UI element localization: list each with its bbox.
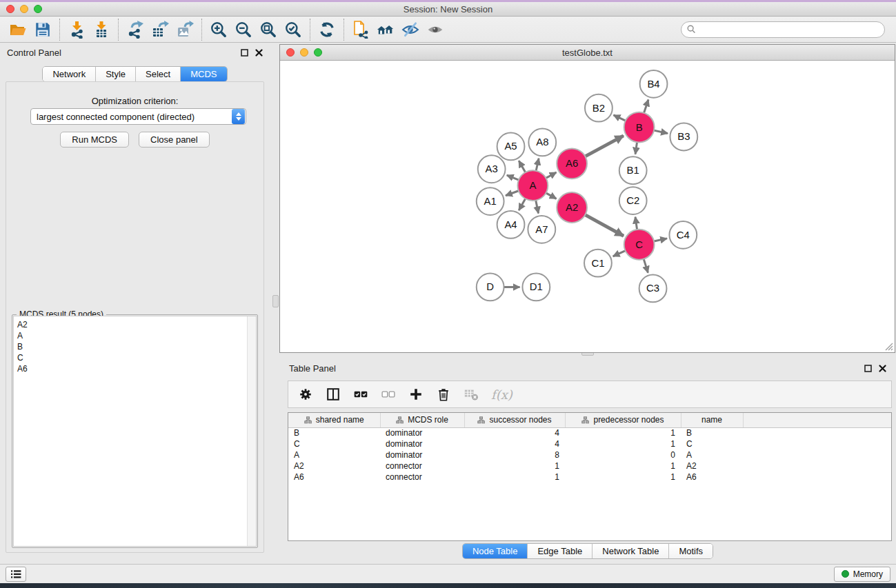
graph-edge-A-A8[interactable]: [536, 159, 539, 171]
table-cell[interactable]: 1: [464, 472, 565, 483]
graph-node-B3[interactable]: B3: [670, 123, 697, 151]
delete-table-button[interactable]: [464, 387, 479, 402]
close-panel-button[interactable]: [255, 49, 263, 57]
table-cell[interactable]: dominator: [380, 438, 464, 449]
graph-edge-B-B2[interactable]: [614, 115, 626, 121]
graph-node-D[interactable]: D: [477, 274, 504, 301]
graph-node-C4[interactable]: C4: [669, 221, 697, 249]
mcds-result-item[interactable]: B: [17, 341, 256, 352]
graph-node-B[interactable]: B: [624, 112, 655, 143]
graph-node-A1[interactable]: A1: [477, 187, 504, 215]
resize-grip-icon[interactable]: [884, 341, 893, 351]
table-row[interactable]: A6connector11A6: [288, 472, 892, 483]
unselect-all-columns-button[interactable]: [381, 387, 396, 402]
close-table-panel-button[interactable]: [879, 365, 886, 372]
graph-node-A6[interactable]: A6: [557, 148, 587, 179]
table-cell[interactable]: 1: [565, 460, 681, 472]
table-cell[interactable]: B: [288, 427, 380, 438]
table-tab-node-table[interactable]: Node Table: [463, 544, 528, 558]
graph-edge-C-C1[interactable]: [613, 251, 626, 256]
table-cell[interactable]: 1: [565, 427, 681, 438]
table-cell[interactable]: B: [681, 427, 743, 438]
table-cell[interactable]: A6: [681, 472, 743, 483]
table-cell[interactable]: 0: [565, 449, 681, 460]
table-row[interactable]: Adominator80A: [288, 449, 892, 460]
graph-edge-A-A4[interactable]: [519, 199, 525, 210]
graph-node-A[interactable]: A: [517, 170, 548, 201]
mcds-result-item[interactable]: A2: [17, 319, 256, 330]
graph-edge-A6-B[interactable]: [585, 136, 624, 156]
graph-edge-C-C4[interactable]: [654, 239, 667, 241]
column-layout-button[interactable]: [326, 387, 341, 402]
tab-style[interactable]: Style: [96, 67, 136, 81]
table-cell[interactable]: C: [681, 438, 743, 449]
column-header-MCDS-role[interactable]: MCDS role: [380, 413, 464, 427]
hide-graphics-details-button[interactable]: [398, 19, 423, 41]
table-tab-edge-table[interactable]: Edge Table: [528, 544, 593, 558]
graph-node-A4[interactable]: A4: [497, 211, 525, 239]
mcds-result-list[interactable]: A2ABCA6: [13, 316, 257, 547]
table-cell[interactable]: 4: [464, 427, 565, 438]
table-cell[interactable]: 1: [464, 460, 565, 472]
scrollbar-track[interactable]: [247, 316, 256, 546]
table-cell[interactable]: 4: [464, 438, 565, 449]
graph-node-C2[interactable]: C2: [619, 187, 647, 214]
close-panel-button-mcds[interactable]: Close panel: [139, 132, 210, 148]
tab-select[interactable]: Select: [136, 67, 181, 81]
table-cell[interactable]: A2: [288, 460, 380, 472]
mcds-result-item[interactable]: A: [17, 330, 256, 341]
graph-node-A2[interactable]: A2: [557, 192, 587, 223]
export-table-button[interactable]: [148, 19, 172, 41]
function-builder-button[interactable]: f(x): [491, 387, 512, 402]
graph-node-A3[interactable]: A3: [478, 155, 506, 183]
vertical-splitter-grip[interactable]: [272, 295, 279, 307]
mcds-result-item[interactable]: A6: [17, 363, 256, 374]
graph-node-A8[interactable]: A8: [528, 129, 556, 156]
table-cell[interactable]: A: [681, 449, 743, 460]
show-graphics-details-button[interactable]: [423, 19, 448, 41]
zoom-out-button[interactable]: [231, 19, 256, 41]
table-cell[interactable]: connector: [380, 472, 464, 483]
import-network-button[interactable]: [64, 19, 89, 41]
node-table[interactable]: shared nameMCDS rolesuccessor nodesprede…: [288, 412, 892, 541]
table-cell[interactable]: A6: [288, 472, 380, 483]
graph-node-D1[interactable]: D1: [522, 274, 550, 301]
table-row[interactable]: Cdominator41C: [288, 438, 892, 449]
graph-edge-A-A5[interactable]: [519, 161, 525, 172]
graph-edge-B-B1[interactable]: [635, 142, 637, 154]
table-tab-network-table[interactable]: Network Table: [593, 544, 669, 558]
save-session-button[interactable]: [30, 19, 55, 41]
clone-network-button[interactable]: [348, 19, 373, 41]
delete-column-button[interactable]: [436, 387, 451, 402]
zoom-in-button[interactable]: [206, 19, 231, 41]
open-session-button[interactable]: [6, 19, 30, 41]
zoom-fit-button[interactable]: [256, 19, 281, 41]
table-cell[interactable]: connector: [380, 460, 464, 472]
graph-node-B1[interactable]: B1: [619, 156, 647, 184]
import-table-button[interactable]: [89, 19, 114, 41]
column-header-name[interactable]: name: [681, 413, 743, 427]
search-input[interactable]: [699, 25, 879, 34]
graph-node-C3[interactable]: C3: [639, 275, 667, 303]
select-all-columns-button[interactable]: [353, 387, 368, 402]
memory-button[interactable]: Memory: [834, 567, 890, 582]
float-table-panel-button[interactable]: [864, 365, 872, 372]
graph-node-B4[interactable]: B4: [640, 70, 668, 98]
graph-edge-C-C2[interactable]: [635, 217, 637, 230]
refresh-button[interactable]: [315, 19, 339, 41]
create-column-button[interactable]: [408, 387, 424, 402]
table-cell[interactable]: 1: [565, 438, 681, 449]
graph-node-C[interactable]: C: [624, 230, 655, 260]
mcds-result-item[interactable]: C: [17, 352, 256, 363]
network-window-titlebar[interactable]: testGlobe.txt: [280, 45, 895, 61]
table-cell[interactable]: 1: [565, 472, 681, 483]
table-tab-motifs[interactable]: Motifs: [669, 544, 713, 558]
graph-edge-A-A3[interactable]: [507, 175, 519, 180]
graph-edge-A-A2[interactable]: [546, 193, 556, 199]
table-row[interactable]: A2connector11A2: [288, 460, 892, 472]
float-panel-button[interactable]: [241, 49, 248, 57]
tab-mcds[interactable]: MCDS: [181, 67, 226, 81]
graph-edge-C-C3[interactable]: [644, 259, 648, 273]
table-cell[interactable]: 8: [464, 449, 565, 460]
table-cell[interactable]: C: [288, 438, 380, 449]
